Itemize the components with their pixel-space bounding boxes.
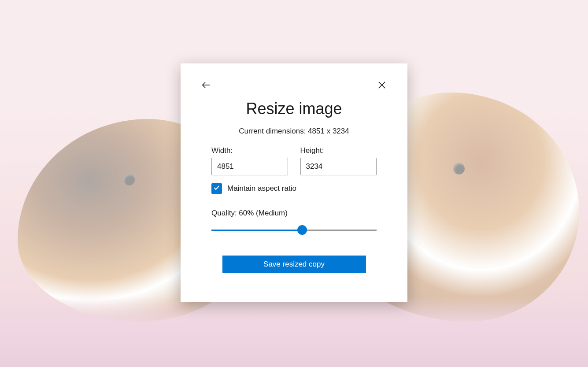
quality-slider[interactable] <box>211 225 377 235</box>
width-input[interactable] <box>211 158 288 175</box>
close-icon <box>377 80 387 91</box>
height-input[interactable] <box>300 158 377 175</box>
current-dimensions-text: Current dimensions: 4851 x 3234 <box>181 127 407 136</box>
arrow-left-icon <box>201 80 211 91</box>
save-resized-copy-button[interactable]: Save resized copy <box>222 256 366 273</box>
quality-label: Quality: 60% (Medium) <box>211 209 377 218</box>
aspect-ratio-checkbox[interactable] <box>211 183 222 194</box>
close-button[interactable] <box>374 78 390 93</box>
check-icon <box>213 184 220 193</box>
aspect-ratio-label: Maintain aspect ratio <box>227 184 296 193</box>
slider-thumb[interactable] <box>297 225 307 235</box>
resize-image-dialog: Resize image Current dimensions: 4851 x … <box>181 63 407 302</box>
width-label: Width: <box>211 146 288 155</box>
height-label: Height: <box>300 146 377 155</box>
dialog-title: Resize image <box>181 100 407 118</box>
back-button[interactable] <box>198 78 214 93</box>
